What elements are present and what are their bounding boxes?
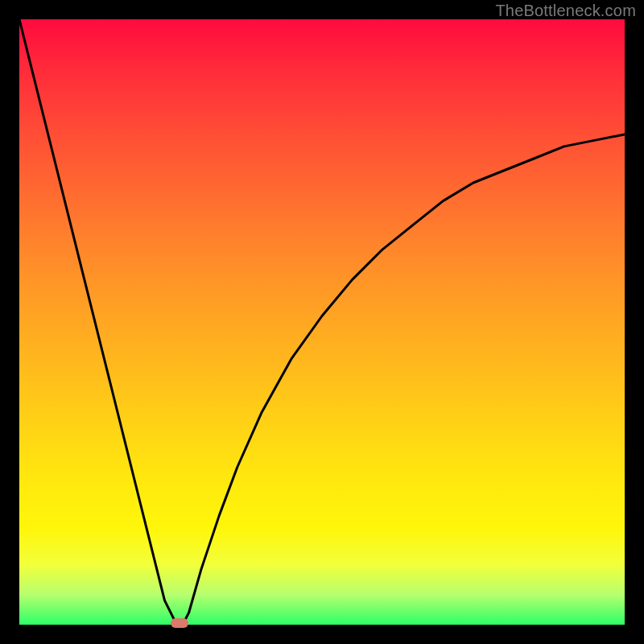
bottleneck-curve-path bbox=[19, 19, 625, 625]
minimum-marker bbox=[171, 618, 188, 628]
chart-frame: TheBottleneck.com bbox=[0, 0, 644, 644]
curve-svg bbox=[19, 19, 625, 625]
plot-area bbox=[19, 19, 625, 625]
watermark-text: TheBottleneck.com bbox=[495, 2, 636, 20]
